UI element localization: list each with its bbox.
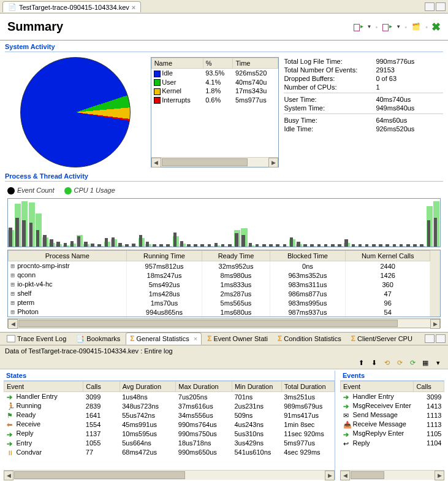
table-row[interactable]: 🏃Running2839348us723ns37ms616us2us231ns9… [4, 401, 335, 410]
event-bar [146, 242, 150, 247]
up-icon[interactable]: ⬆ [356, 358, 366, 367]
prev-icon[interactable]: ⟲ [382, 358, 392, 367]
next-icon[interactable]: ⟳ [395, 358, 404, 367]
col-time[interactable]: Time [233, 58, 278, 69]
col-calls[interactable]: Calls [83, 382, 120, 392]
tab-event-owner[interactable]: ΣEvent Owner Stati [203, 333, 272, 345]
table-row[interactable]: ✉Send Message1113 [341, 410, 444, 420]
pie-row[interactable]: Idle93.5%926ms520 [151, 69, 278, 78]
pie-row[interactable]: User4.1%40ms740u [151, 78, 278, 87]
vertical-scrollbar[interactable] [430, 250, 440, 317]
tab-bookmarks[interactable]: 📑Bookmarks [72, 333, 124, 345]
tab-general-stats[interactable]: ΣGeneral Statistics× [126, 333, 202, 345]
col-ready[interactable]: Ready Time [202, 251, 270, 261]
sigma-icon: Σ [351, 334, 355, 343]
arrow-right-icon: ➔ [7, 431, 15, 438]
table-row[interactable]: ⚑Ready164155us742ns34ms556us509ns91ms417… [4, 410, 335, 420]
table-row[interactable]: ⊞procnto-smp-instr957ms812us32ms952us0ns… [9, 261, 430, 271]
expand-icon[interactable]: ⊞ [11, 290, 15, 298]
summary-toolbar: ▼ • ▼ • 🗂️ • ✖ [352, 20, 441, 34]
col-pct[interactable]: % [203, 58, 233, 69]
col-max[interactable]: Max Duration [176, 382, 232, 392]
scroll-left-icon[interactable]: ◀ [151, 158, 161, 167]
sigma-icon: Σ [130, 334, 134, 343]
down-icon[interactable]: ⬇ [369, 358, 379, 367]
states-panel: States Event Calls Avg Duration Max Dura… [4, 371, 335, 480]
event-bar [208, 244, 211, 247]
col-blocked[interactable]: Blocked Time [270, 251, 346, 261]
close-icon[interactable]: × [132, 4, 135, 11]
table-row[interactable]: ⬅Receive155445ms991us990ms764us4us243ns1… [4, 420, 335, 429]
view-tabs: Trace Event Log 📑Bookmarks ΣGeneral Stat… [0, 332, 448, 345]
horizontal-scrollbar[interactable]: ◀ ▶ [340, 470, 444, 480]
color-swatch [154, 88, 161, 95]
table-row[interactable]: ➔MsgReceivev Enter1413 [341, 401, 444, 410]
scroll-right-icon[interactable]: ▶ [325, 471, 335, 480]
col-running[interactable]: Running Time [126, 251, 202, 261]
table-row[interactable]: ➔Entry10555us664ns18us718ns3us429ns5ms97… [4, 439, 335, 448]
table-row[interactable]: ↩Reply1104 [341, 439, 444, 448]
refresh-icon[interactable]: ⟳ [408, 358, 417, 367]
props-icon[interactable]: 🗂️ [411, 21, 422, 33]
table-row[interactable]: ⊞io-pkt-v4-hc5ms492us1ms833us983ms311us3… [9, 280, 430, 289]
close-icon[interactable]: × [194, 335, 197, 342]
col-kernel[interactable]: Num Kernel Calls [346, 251, 430, 261]
horizontal-scrollbar[interactable]: ◀ ▶ [4, 470, 335, 480]
horizontal-scrollbar[interactable]: ◀ ▶ [151, 157, 279, 167]
cpu-usage-swatch [64, 187, 72, 194]
expand-icon[interactable]: ⊞ [11, 308, 15, 316]
table-row[interactable]: ⊞pterm1ms70us5ms565us983ms995us96 [9, 298, 430, 307]
menu-icon[interactable]: ▾ [433, 358, 443, 367]
maximize-icon[interactable] [436, 2, 446, 11]
table-row[interactable]: ⊞qconn18ms247us8ms980us963ms352us1426 [9, 271, 430, 280]
export-icon[interactable] [352, 21, 363, 33]
table-row[interactable]: ➔Reply113710ms595us990ms750us5us310ns11s… [4, 429, 335, 438]
scroll-left-icon[interactable]: ◀ [4, 471, 13, 480]
scroll-left-icon[interactable]: ◀ [340, 471, 350, 480]
import-icon[interactable] [381, 21, 392, 33]
minimize-icon[interactable] [425, 2, 435, 11]
running-icon: 🏃 [7, 402, 15, 410]
tab-condition-stats[interactable]: ΣCondition Statistics [273, 333, 346, 345]
tab-trace-log[interactable]: Trace Event Log [2, 333, 70, 344]
col-calls[interactable]: Calls [414, 382, 444, 392]
col-event[interactable]: Event [341, 382, 414, 392]
tab-client-server[interactable]: ΣClient/Server CPU [347, 333, 417, 345]
table-row[interactable]: ➔Handler Entry30991us48ns7us205ns701ns3m… [4, 392, 335, 402]
col-process-name[interactable]: Process Name [9, 251, 127, 261]
pie-row[interactable]: Kernel1.8%17ms343u [151, 87, 278, 96]
scroll-right-icon[interactable]: ▶ [430, 319, 440, 329]
close-view-icon[interactable]: ✖ [431, 20, 441, 34]
scroll-left-icon[interactable]: ◀ [8, 319, 18, 329]
table-row[interactable]: ➔Handler Entry3099 [341, 392, 444, 402]
maximize-icon[interactable] [436, 334, 446, 343]
file-tab[interactable]: 📄 TestTarget-trace-090415-104334.kev × [2, 1, 141, 12]
event-bar [420, 244, 423, 247]
expand-icon[interactable]: ⊞ [11, 280, 15, 288]
col-event[interactable]: Event [4, 382, 83, 392]
chevron-down-icon[interactable]: ▼ [367, 24, 372, 29]
expand-icon[interactable]: ⊞ [11, 271, 15, 279]
table-row[interactable]: ⊞Photon994us865ns1ms680us987ms937us54 [9, 307, 430, 317]
horizontal-scrollbar[interactable]: ◀ ▶ [7, 318, 441, 328]
color-swatch [154, 79, 161, 86]
pie-row[interactable]: Interrupts0.6%5ms977us [151, 96, 278, 105]
table-row[interactable]: 📥Receive Message1113 [341, 420, 444, 429]
scroll-right-icon[interactable]: ▶ [268, 158, 278, 167]
expand-icon[interactable]: ⊞ [11, 299, 15, 307]
event-bar [91, 244, 94, 247]
activity-chart[interactable] [7, 198, 441, 247]
scroll-right-icon[interactable]: ▶ [435, 471, 444, 480]
stat-value: 40ms740us [376, 96, 443, 103]
table-row[interactable]: ➔MsgReplyv Enter1105 [341, 429, 444, 438]
table-icon[interactable]: ▦ [420, 358, 430, 367]
table-row[interactable]: ⏸Condvar7768ms472us990ms650us541us610ns4… [4, 448, 335, 457]
col-min[interactable]: Min Duration [232, 382, 281, 392]
col-avg[interactable]: Avg Duration [120, 382, 176, 392]
col-total[interactable]: Total Duration [281, 382, 334, 392]
minimize-icon[interactable] [425, 334, 435, 343]
chevron-down-icon[interactable]: ▼ [396, 24, 401, 29]
table-row[interactable]: ⊞shelf1ms428us2ms287us986ms877us47 [9, 289, 430, 298]
expand-icon[interactable]: ⊞ [11, 262, 15, 270]
col-name[interactable]: Name [151, 58, 203, 69]
